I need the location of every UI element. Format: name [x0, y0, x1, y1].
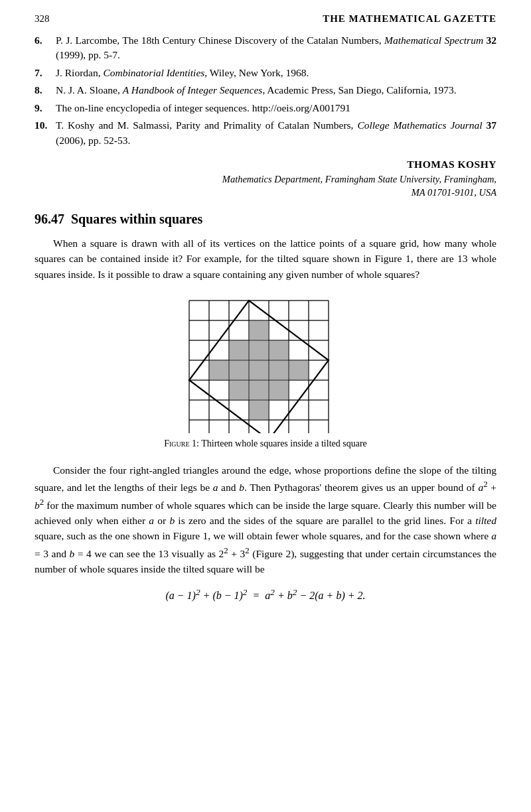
ref-item-9: 9. The on-line encyclopedia of integer s… — [35, 101, 496, 115]
journal-title: THE MATHEMATICAL GAZETTE — [323, 12, 496, 27]
ref-text-6: P. J. Larcombe, The 18th Century Chinese… — [56, 33, 496, 63]
svg-rect-20 — [209, 360, 229, 380]
section-title: 96.47 Squares within squares — [35, 210, 496, 229]
figure-1-svg — [183, 294, 348, 433]
author-block: THOMAS KOSHY Mathematics Department, Fra… — [35, 157, 496, 199]
section-divider: 96.47 Squares within squares — [35, 210, 496, 229]
ref-num-6: 6. — [35, 33, 52, 63]
ref-num-8: 8. — [35, 83, 52, 98]
ref-num-9: 9. — [35, 101, 52, 115]
page-number: 328 — [35, 12, 50, 27]
ref-text-8: N. J. A. Sloane, A Handbook of Integer S… — [56, 83, 496, 98]
ref-text-9: The on-line encyclopedia of integer sequ… — [56, 101, 496, 115]
author-affiliation-line2: MA 01701-9101, USA — [35, 186, 496, 199]
svg-rect-18 — [249, 320, 269, 340]
body-paragraph-1: When a square is drawn with all of its v… — [35, 236, 496, 282]
section-number: 96.47 — [35, 212, 64, 226]
page-header: 328 THE MATHEMATICAL GAZETTE — [35, 12, 496, 27]
svg-rect-19 — [249, 400, 269, 420]
ref-item-6: 6. P. J. Larcombe, The 18th Century Chin… — [35, 33, 496, 63]
ref-item-10: 10. T. Koshy and M. Salmassi, Parity and… — [35, 118, 496, 148]
ref-item-8: 8. N. J. A. Sloane, A Handbook of Intege… — [35, 83, 496, 98]
figure-caption-text: : Thirteen whole squares inside a tilted… — [196, 439, 367, 448]
ref-text-10: T. Koshy and M. Salmassi, Parity and Pri… — [56, 118, 496, 148]
figure-1-container: Figure 1: Thirteen whole squares inside … — [35, 294, 496, 450]
references-section: 6. P. J. Larcombe, The 18th Century Chin… — [35, 33, 496, 148]
figure-caption: Figure 1: Thirteen whole squares inside … — [35, 437, 496, 450]
figure-label: Figure 1 — [164, 439, 196, 448]
ref-num-10: 10. — [35, 118, 52, 148]
section-heading: Squares within squares — [71, 212, 202, 226]
body-paragraph-2: Consider the four right-angled triangles… — [35, 462, 496, 576]
ref-item-7: 7. J. Riordan, Combinatorial Identities,… — [35, 66, 496, 80]
author-affiliation-line1: Mathematics Department, Framingham State… — [35, 172, 496, 186]
svg-rect-21 — [289, 360, 309, 380]
svg-rect-17 — [229, 340, 289, 400]
author-name: THOMAS KOSHY — [35, 157, 496, 172]
ref-text-7: J. Riordan, Combinatorial Identities, Wi… — [56, 66, 496, 80]
ref-num-7: 7. — [35, 66, 52, 80]
formula: (a − 1)2 + (b − 1)2 = a2 + b2 − 2(a + b)… — [35, 586, 496, 604]
